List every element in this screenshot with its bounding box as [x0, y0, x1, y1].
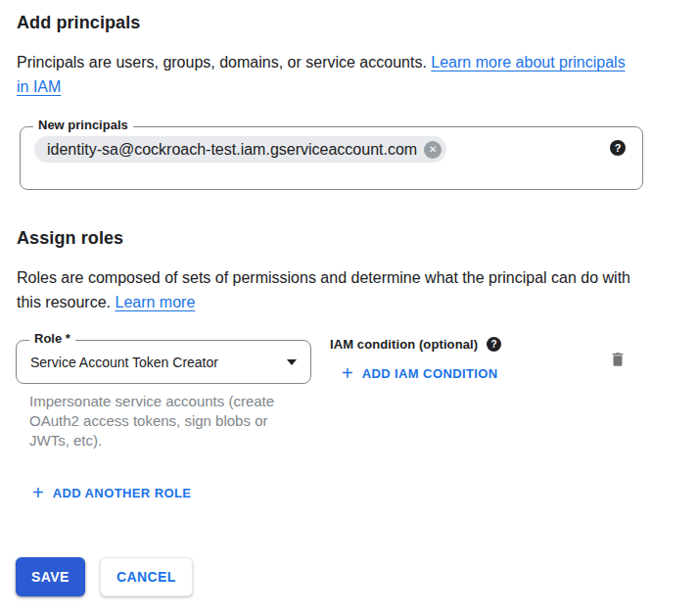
delete-role-button[interactable] [607, 348, 628, 371]
dropdown-arrow-icon [287, 359, 297, 365]
role-select-inner: Service Account Token Creator [17, 341, 310, 383]
principal-chip-text: identity-sa@cockroach-test.iam.gservicea… [47, 141, 417, 159]
iam-condition-label: IAM condition (optional) [330, 337, 478, 352]
save-button[interactable]: SAVE [16, 557, 85, 596]
add-another-role-label: ADD ANOTHER ROLE [53, 486, 192, 500]
new-principals-field[interactable]: New principals identity-sa@cockroach-tes… [20, 126, 643, 190]
principals-description-text: Principals are users, groups, domains, o… [17, 54, 427, 71]
page-title: Add principals [17, 13, 140, 33]
principals-help-icon[interactable]: ? [610, 140, 626, 156]
principal-chip: identity-sa@cockroach-test.iam.gservicea… [34, 136, 446, 163]
add-another-role-button[interactable]: + ADD ANOTHER ROLE [32, 484, 191, 501]
plus-icon: + [32, 484, 44, 501]
learn-more-roles-link[interactable]: Learn more [116, 294, 196, 310]
add-iam-condition-button[interactable]: + ADD IAM CONDITION [342, 364, 498, 382]
add-iam-condition-label: ADD IAM CONDITION [362, 366, 498, 381]
new-principals-label: New principals [33, 118, 133, 132]
assign-roles-title: Assign roles [17, 228, 123, 249]
iam-condition-header: IAM condition (optional) ? [330, 337, 501, 352]
cancel-button[interactable]: CANCEL [100, 557, 193, 596]
principals-description: Principals are users, groups, domains, o… [17, 50, 631, 99]
role-help-text: Impersonate service accounts (create OAu… [29, 392, 299, 450]
trash-icon [609, 350, 627, 369]
remove-principal-icon[interactable]: ✕ [424, 141, 442, 159]
add-principals-panel: Add principals Principals are users, gro… [0, 0, 698, 616]
roles-description: Roles are composed of sets of permission… [17, 265, 631, 314]
plus-icon: + [342, 364, 353, 382]
role-label: Role * [29, 331, 75, 346]
role-select[interactable]: Role * Service Account Token Creator [16, 340, 311, 384]
role-selected-value: Service Account Token Creator [30, 355, 287, 370]
iam-condition-help-icon[interactable]: ? [487, 337, 501, 352]
roles-description-text: Roles are composed of sets of permission… [17, 269, 630, 310]
